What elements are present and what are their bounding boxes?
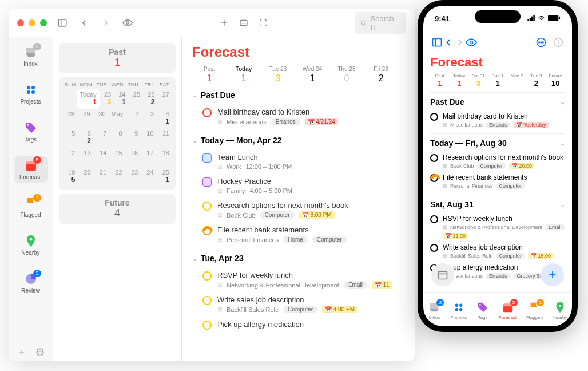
- task-row[interactable]: Mail birthday card to Kristen⊞Miscellane…: [192, 104, 404, 129]
- calendar-cell[interactable]: 195: [62, 167, 78, 187]
- task-checkbox[interactable]: [202, 296, 212, 305]
- calendar-cell[interactable]: 12: [62, 148, 78, 167]
- task-checkbox[interactable]: [202, 226, 212, 235]
- tag-pill[interactable]: Computer: [496, 183, 526, 189]
- tag-pill[interactable]: Email: [344, 281, 367, 289]
- calendar-cell[interactable]: 233: [100, 89, 114, 109]
- more-icon[interactable]: [535, 37, 547, 48]
- calendar-cell[interactable]: 62: [78, 128, 93, 148]
- section-header[interactable]: ⌄Past Due: [192, 90, 404, 100]
- inbox-action-icon[interactable]: [239, 18, 248, 27]
- back-icon[interactable]: [443, 37, 454, 48]
- add-button[interactable]: +: [541, 263, 564, 286]
- minimize-button[interactable]: [29, 19, 35, 26]
- calendar-cell[interactable]: 28: [62, 109, 78, 128]
- phone-section-header[interactable]: Today — Fri, Aug 30⌄: [430, 133, 565, 148]
- task-row[interactable]: Write sales job description⊞Backfill Sal…: [192, 292, 404, 317]
- calendar-cell[interactable]: 241: [114, 89, 128, 109]
- calendar-cell[interactable]: 3: [141, 109, 157, 128]
- phone-section-header[interactable]: Sat, Aug 31⌄: [430, 195, 565, 209]
- calendar-cell[interactable]: 20: [78, 167, 93, 187]
- task-row[interactable]: Pick up allergy medication: [192, 317, 404, 333]
- plus-icon[interactable]: [220, 18, 229, 27]
- calendar-cell[interactable]: 8: [109, 128, 125, 148]
- task-checkbox[interactable]: [430, 215, 438, 223]
- task-row[interactable]: RSVP for weekly lunch⊞Networking & Profe…: [192, 267, 404, 292]
- tag-pill[interactable]: Computer: [477, 163, 507, 169]
- calendar-cell[interactable]: 251: [157, 167, 172, 187]
- calendar-cell[interactable]: 18: [157, 148, 172, 167]
- task-row[interactable]: Team Lunch⊞Work12:00 – 1:00 PM: [192, 149, 404, 173]
- task-checkbox[interactable]: [202, 271, 212, 281]
- forecast-date[interactable]: Past1: [192, 66, 227, 84]
- sidebar-item-projects[interactable]: Projects: [14, 81, 48, 107]
- phone-date[interactable]: Future10: [546, 73, 565, 88]
- past-card[interactable]: Past 1: [59, 43, 176, 73]
- calendar-cell[interactable]: 22: [109, 167, 125, 187]
- info-icon[interactable]: [553, 37, 564, 48]
- calendar-cell[interactable]: 21: [94, 167, 109, 187]
- calendar-cell[interactable]: 23: [125, 167, 141, 187]
- tab-flagged[interactable]: 1Flagged: [526, 301, 543, 320]
- eye-icon[interactable]: [122, 18, 133, 28]
- phone-date[interactable]: Mon 2: [507, 73, 527, 88]
- task-checkbox[interactable]: [202, 202, 212, 211]
- sidebar-item-review[interactable]: 3Review: [14, 270, 48, 296]
- task-row[interactable]: Research options for next month's book⊞B…: [192, 198, 404, 222]
- zoom-button[interactable]: [40, 19, 47, 26]
- search-input[interactable]: Search H: [355, 12, 406, 34]
- sidebar-toggle-icon[interactable]: [431, 37, 443, 48]
- calendar-cell[interactable]: 14: [94, 148, 109, 167]
- phone-date[interactable]: Sun 11: [488, 73, 507, 88]
- calendar-cell[interactable]: 27: [158, 89, 172, 109]
- sidebar-item-forecast[interactable]: 5Forecast: [14, 156, 48, 183]
- forward-icon[interactable]: [454, 37, 466, 48]
- calendar-cell[interactable]: 30: [93, 109, 109, 128]
- task-row[interactable]: File recent bank statements⊞Personal Fin…: [192, 222, 404, 247]
- sidebar-item-inbox[interactable]: 2Inbox: [14, 43, 48, 69]
- calendar-cell[interactable]: 16: [125, 148, 141, 167]
- gear-icon[interactable]: [36, 348, 44, 356]
- calendar-cell[interactable]: Today1: [77, 89, 99, 109]
- calendar-cell[interactable]: 24: [141, 167, 156, 187]
- calendar-cell[interactable]: 13: [78, 148, 93, 167]
- tag-pill[interactable]: Computer: [283, 306, 317, 313]
- sidebar-item-flagged[interactable]: 1Flagged: [14, 194, 48, 220]
- phone-date[interactable]: Today1: [450, 73, 469, 88]
- calendar-cell[interactable]: 25: [129, 89, 143, 109]
- phone-section-header[interactable]: Past Due⌄: [430, 92, 565, 106]
- phone-task-row[interactable]: Write sales job description⊞Backfill Sal…: [430, 241, 565, 261]
- calendar-cell[interactable]: 41: [157, 109, 172, 128]
- forecast-date[interactable]: Fri 262: [364, 66, 398, 84]
- calendar-cell[interactable]: 2: [126, 109, 141, 128]
- task-checkbox[interactable]: [430, 154, 438, 162]
- calendar-cell[interactable]: 9: [125, 128, 141, 148]
- task-checkbox[interactable]: [430, 174, 438, 182]
- tab-tags[interactable]: Tags: [476, 301, 489, 320]
- future-card[interactable]: Future 4: [59, 194, 176, 224]
- forward-icon[interactable]: [101, 18, 111, 28]
- tab-nearby[interactable]: Nearby: [553, 301, 567, 320]
- tag-pill[interactable]: Computer: [312, 236, 347, 243]
- tab-inbox[interactable]: 2Inbox: [428, 301, 440, 320]
- tag-pill[interactable]: Errands: [271, 118, 300, 125]
- calendar-cell[interactable]: 29: [78, 109, 93, 128]
- sidebar-item-tags[interactable]: Tags: [14, 119, 48, 145]
- calendar-cell[interactable]: 10: [141, 128, 156, 148]
- add-icon[interactable]: [18, 348, 26, 356]
- tag-pill[interactable]: Email: [545, 224, 565, 230]
- sidebar-item-nearby[interactable]: Nearby: [14, 232, 48, 258]
- task-checkbox[interactable]: [202, 321, 212, 330]
- close-button[interactable]: [17, 19, 24, 26]
- task-row[interactable]: Hockey Practice⊞Family4:00 – 5:00 PM: [192, 173, 404, 198]
- tab-forecast[interactable]: 5Forecast: [499, 301, 517, 320]
- calendar-cell[interactable]: May: [109, 109, 126, 128]
- tag-pill[interactable]: Errands: [486, 122, 511, 128]
- task-checkbox[interactable]: [430, 113, 438, 121]
- focus-icon[interactable]: [259, 18, 268, 27]
- section-header[interactable]: ⌄Tue, Apr 23: [192, 254, 404, 263]
- calendar-cell[interactable]: 262: [143, 89, 157, 109]
- phone-task-row[interactable]: File recent bank statements⊞Personal Fin…: [430, 171, 565, 191]
- phone-task-row[interactable]: Research options for next month's book⊞B…: [430, 151, 565, 171]
- task-checkbox[interactable]: [202, 108, 212, 117]
